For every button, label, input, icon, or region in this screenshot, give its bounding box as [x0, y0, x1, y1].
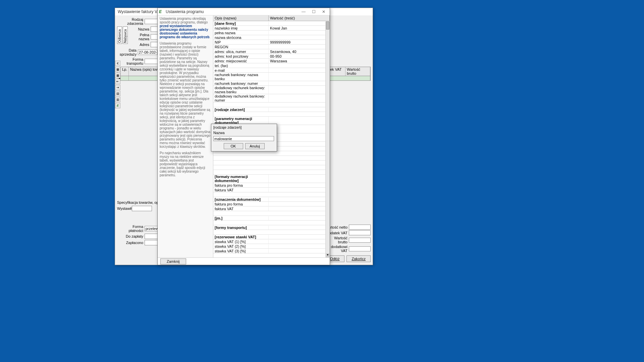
param-name: dodatkowy rachunek bankowy: nazwa banku [213, 86, 269, 94]
param-row[interactable]: [formy transportu] [213, 225, 330, 230]
param-row[interactable]: [rezerwowe stawki VAT] [213, 235, 330, 239]
param-row[interactable]: faktura pro forma [213, 183, 330, 188]
param-row[interactable]: stawka VAT (1) [%] [213, 239, 330, 244]
param-row[interactable]: dodatkowy rachunek bankowy: numer [213, 94, 330, 103]
scroll-down-icon[interactable]: ▼ [326, 253, 329, 257]
param-name: pełna nazwa [213, 31, 269, 35]
param-row[interactable] [213, 230, 330, 235]
toolbar-btn-7[interactable]: E [115, 103, 120, 108]
param-value[interactable]: 00-950 [269, 54, 330, 58]
param-row[interactable]: stawka VAT (2) [%] [213, 244, 330, 249]
nabywca-tab[interactable]: Nabywca [123, 26, 128, 44]
param-row[interactable]: [formaty numeracji dokumentów] [213, 175, 330, 183]
toolbar-btn-2[interactable]: ▦ [115, 73, 120, 78]
param-row[interactable]: NIP9999999999 [213, 40, 330, 45]
param-name: adres: kod pocztowy [213, 54, 269, 58]
param-value[interactable]: Sezamkowa, 40 [269, 50, 330, 54]
param-row[interactable]: faktura pro forma [213, 202, 330, 206]
help-body1: Ustawienia programu przedstawione został… [160, 42, 211, 148]
wartosc-netto-input[interactable] [349, 225, 371, 230]
param-row[interactable]: adres: miejscowośćWarszawa [213, 59, 330, 63]
param-row[interactable]: rachunek bankowy: numer [213, 81, 330, 86]
wystawil-input[interactable] [132, 206, 152, 211]
pelna-nazwa-label: Pełna nazwa [128, 33, 149, 41]
param-name: [formaty numeracji dokumentów] [213, 175, 269, 183]
scrollbar[interactable]: ▲ ▼ [325, 21, 330, 257]
param-row[interactable] [213, 221, 330, 225]
edit-modal: [rodzaje zdarzeń] Nazwa OK Anuluj [211, 124, 277, 152]
param-name: [dane firmy] [213, 21, 269, 25]
col-brutto: Wartość brutto [345, 67, 370, 76]
app-icon: E [159, 9, 164, 14]
param-row[interactable] [213, 156, 330, 161]
param-name: [rezerwowe stawki VAT] [213, 235, 269, 239]
param-row[interactable]: pełna nazwa [213, 31, 330, 35]
param-row[interactable]: [oznaczenia dokumentów] [213, 197, 330, 202]
zamknij-button[interactable]: Zamknij [160, 258, 186, 264]
param-row[interactable]: [jm.] [213, 216, 330, 221]
param-row[interactable]: e-mail [213, 68, 330, 73]
param-name: [oznaczenia dokumentów] [213, 197, 269, 201]
param-row[interactable] [213, 165, 330, 170]
param-row[interactable] [213, 211, 330, 216]
param-row[interactable] [213, 253, 330, 257]
param-value[interactable]: 9999999999 [269, 40, 330, 44]
modal-title: [rodzaje zdarzeń] [212, 125, 276, 130]
param-name: faktura pro forma [213, 202, 269, 206]
toolbar-btn-4[interactable]: ⇥ [115, 85, 120, 90]
param-row[interactable]: adres: ulica, numerSezamkowa, 40 [213, 49, 330, 54]
param-row[interactable] [213, 161, 330, 165]
toolbar-btn-6[interactable]: ▥ [115, 97, 120, 102]
odbiorca-tab[interactable]: Odbiorca [117, 26, 122, 44]
rodzaj-zdarzenia-label: Rodzaj zdarzenia [117, 17, 143, 25]
param-value[interactable]: Warszawa [269, 59, 330, 63]
close-icon[interactable]: ✕ [319, 9, 328, 15]
param-name: stawka VAT (1) [%] [213, 240, 269, 244]
param-row[interactable] [213, 112, 330, 117]
param-row[interactable]: [dane firmy] [213, 21, 330, 26]
data-sprzedazy-input[interactable] [138, 50, 157, 55]
scroll-thumb[interactable] [326, 21, 329, 29]
param-row[interactable] [213, 170, 330, 175]
zaplacono-label: Zapłacono [117, 241, 143, 245]
param-row[interactable]: stawka VAT (3) [%] [213, 249, 330, 253]
forma-platnosci-label: Forma płatności [117, 225, 143, 233]
param-row[interactable]: [rodzaje zdarzeń] [213, 107, 330, 112]
param-row[interactable]: rachunek bankowy: nazwa banku [213, 73, 330, 81]
param-row[interactable] [213, 103, 330, 107]
param-row[interactable]: faktura VAT [213, 188, 330, 192]
toolbar-btn-5[interactable]: ▤ [115, 91, 120, 96]
param-name: rachunek bankowy: numer [213, 81, 269, 85]
help-intro: Ustawienia programu określają sposób pra… [160, 17, 208, 24]
minimize-icon[interactable]: — [299, 9, 308, 15]
param-name: dodatkowy rachunek bankowy: numer [213, 94, 269, 102]
toolbar-btn-1[interactable]: ▦ [115, 67, 120, 72]
param-row[interactable] [213, 192, 330, 197]
anuluj-button[interactable]: Anuluj [245, 143, 265, 149]
maximize-icon[interactable]: ☐ [309, 9, 318, 15]
param-name: stawka VAT (3) [%] [213, 249, 269, 253]
help-pane: Ustawienia programu określają sposób pra… [158, 15, 213, 257]
settings-titlebar[interactable]: E Ustawienia programu — ☐ ✕ [158, 8, 330, 15]
param-row[interactable] [213, 151, 330, 156]
param-value[interactable]: Kowal Jan [269, 26, 330, 30]
param-row[interactable]: faktura VAT [213, 206, 330, 211]
toolbar-btn-3[interactable]: ⇤ [115, 79, 120, 84]
param-row[interactable]: adres: kod pocztowy00-950 [213, 54, 330, 59]
wartosc-brutto-input[interactable] [349, 238, 371, 243]
param-row[interactable]: nazwa skrócona [213, 35, 330, 40]
param-row[interactable]: nazwisko imięKowal Jan [213, 26, 330, 31]
zakoncz-button[interactable]: Zakończ [346, 255, 371, 262]
col-lp: Lp. [121, 67, 129, 76]
param-name: faktura VAT [213, 207, 269, 211]
forma-transportu-input[interactable] [145, 59, 158, 64]
dodatkowi-vat-input[interactable] [349, 246, 371, 251]
nazwa-label: Nazwa [128, 27, 149, 31]
modal-input[interactable] [213, 136, 274, 141]
param-row[interactable]: REGON [213, 45, 330, 49]
ok-button[interactable]: OK [224, 143, 243, 149]
param-row[interactable]: tel. (fax) [213, 63, 330, 68]
euro-icon[interactable]: € [115, 61, 120, 66]
podatek-vat-input[interactable] [349, 230, 371, 235]
param-row[interactable]: dodatkowy rachunek bankowy: nazwa banku [213, 86, 330, 94]
